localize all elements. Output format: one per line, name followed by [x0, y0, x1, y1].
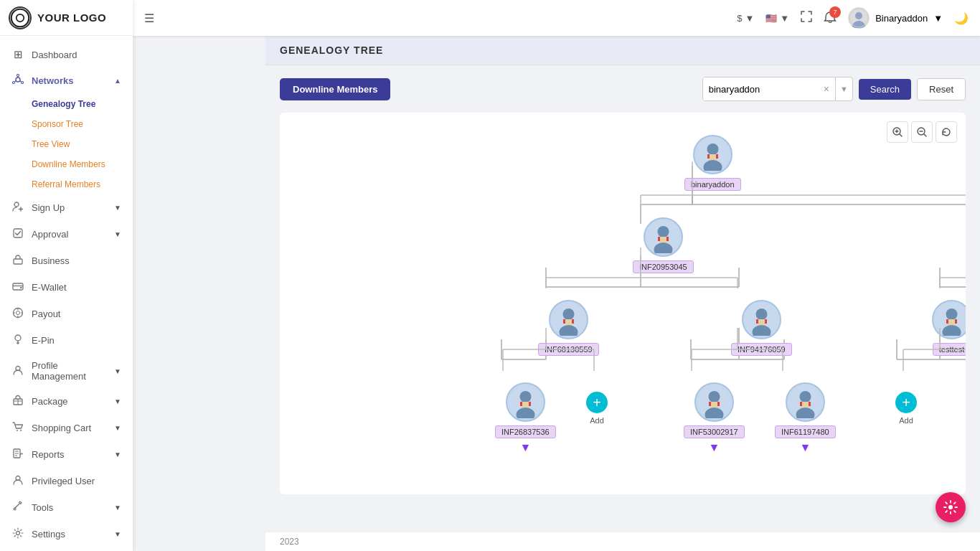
sidebar-item-business[interactable]: Business — [0, 248, 133, 274]
notification-badge: 7 — [829, 6, 841, 18]
svg-rect-16 — [20, 287, 22, 288]
avatar-inf94176059[interactable] — [742, 300, 781, 339]
svg-rect-131 — [710, 402, 718, 408]
sidebar-logo: YOUR LOGO — [0, 0, 133, 36]
profile-icon — [11, 364, 24, 378]
tree-node-testtest: testtest — [932, 300, 966, 356]
sidebar-item-sponsor[interactable]: Sponsor Tree — [0, 114, 133, 134]
svg-point-129 — [708, 391, 720, 402]
sidebar-label-tools: Tools — [32, 502, 53, 513]
sidebar-item-genealogy[interactable]: Genealogy Tree — [0, 94, 133, 114]
add-circle-1[interactable]: + — [586, 392, 608, 413]
avatar-binaryaddon[interactable] — [693, 135, 732, 174]
epin-icon — [11, 334, 24, 347]
theme-toggle[interactable]: 🌙 — [954, 11, 969, 25]
svg-rect-113 — [948, 319, 956, 325]
svg-rect-114 — [946, 319, 948, 324]
search-input[interactable] — [703, 77, 818, 100]
currency-label: $ — [737, 13, 742, 24]
sidebar-item-approval[interactable]: Approval ▼ — [0, 221, 133, 248]
sidebar-item-dashboard[interactable]: ⊞ Dashboard — [0, 42, 133, 67]
zoom-out-button[interactable] — [911, 121, 933, 143]
username-label: Binaryaddon — [875, 13, 928, 24]
tree-node-inf94176059: INF94176059 — [731, 300, 792, 356]
currency-dropdown[interactable]: $ ▼ — [737, 13, 754, 24]
downline-members-button[interactable]: Downline Members — [280, 78, 390, 100]
svg-line-50 — [924, 134, 926, 136]
svg-point-1 — [17, 14, 24, 22]
sidebar-item-package[interactable]: Package ▼ — [0, 388, 133, 415]
fullscreen-button[interactable] — [801, 11, 812, 25]
sidebar-item-epin[interactable]: E-Pin — [0, 327, 133, 354]
avatar-inf53002917[interactable] — [694, 382, 734, 422]
package-arrow: ▼ — [114, 397, 121, 405]
sidebar-item-mailbox[interactable]: Mail Box — [0, 547, 133, 551]
svg-rect-127 — [529, 402, 531, 406]
language-dropdown[interactable]: 🇺🇸 ▼ — [765, 13, 789, 24]
reset-button[interactable]: Reset — [917, 78, 966, 100]
svg-point-123 — [519, 391, 531, 402]
notification-button[interactable]: 7 — [824, 11, 837, 26]
sidebar-item-payout[interactable]: Payout — [0, 301, 133, 327]
sidebar-item-profile[interactable]: Profile Management ▼ — [0, 354, 133, 388]
search-arrow[interactable]: ▼ — [835, 77, 852, 100]
avatar-inf20953045[interactable] — [644, 217, 683, 257]
sidebar-item-settings[interactable]: Settings ▼ — [0, 521, 133, 547]
sidebar-item-tools[interactable]: Tools ▼ — [0, 494, 133, 521]
sidebar-item-privileged[interactable]: Privileged User — [0, 468, 133, 494]
topbar-left: ☰ — [144, 11, 154, 25]
search-button[interactable]: Search — [859, 79, 911, 100]
add-circle-2[interactable]: + — [895, 392, 917, 413]
sidebar-item-signup[interactable]: Sign Up ▼ — [0, 194, 133, 221]
svg-point-99 — [562, 309, 574, 320]
reports-arrow: ▼ — [114, 451, 121, 458]
sidebar-item-networks[interactable]: Networks ▲ — [0, 67, 133, 94]
avatar-inf61197480[interactable] — [786, 382, 825, 422]
payout-icon — [11, 307, 24, 321]
label-inf26837536: INF26837536 — [495, 425, 556, 438]
zoom-in-button[interactable] — [887, 121, 908, 143]
sidebar-item-referral[interactable]: Referral Members — [0, 174, 133, 194]
expand-inf53002917[interactable]: ▼ — [708, 441, 720, 454]
signup-icon — [11, 201, 24, 215]
fab-settings-button[interactable] — [936, 492, 966, 522]
sidebar-item-shopping[interactable]: Shopping Cart ▼ — [0, 415, 133, 441]
reset-zoom-button[interactable] — [936, 121, 957, 143]
svg-point-0 — [11, 9, 29, 27]
avatar-inf26837536[interactable] — [506, 382, 545, 422]
genealogy-label: Genealogy Tree — [32, 99, 95, 109]
search-clear-button[interactable]: × — [818, 83, 835, 95]
add-node-2[interactable]: + Add — [895, 392, 917, 425]
expand-inf61197480[interactable]: ▼ — [799, 441, 811, 454]
svg-point-23 — [15, 335, 21, 341]
sidebar-label-shopping: Shopping Cart — [32, 423, 91, 433]
networks-icon — [11, 74, 24, 88]
sidebar-label-epin: E-Pin — [32, 335, 55, 346]
sidebar-item-downline[interactable]: Downline Members — [0, 154, 133, 174]
user-menu[interactable]: Binaryaddon ▼ — [848, 7, 943, 29]
shopping-icon — [11, 421, 24, 435]
avatar-inf68130559[interactable] — [549, 300, 588, 339]
sidebar: YOUR LOGO ⊞ Dashboard Networks ▲ — [0, 0, 133, 551]
svg-rect-84 — [707, 154, 710, 159]
sidebar-item-treeview[interactable]: Tree View — [0, 134, 133, 154]
tree-node-root: binaryaddon — [684, 135, 741, 191]
sidebar-label-reports: Reports — [32, 449, 65, 460]
settings-icon — [11, 527, 24, 541]
toolbar-left: Downline Members — [280, 78, 390, 100]
add-node-1[interactable]: + Add — [586, 392, 608, 425]
svg-point-105 — [755, 309, 767, 320]
sidebar-label-payout: Payout — [32, 309, 60, 319]
hamburger-button[interactable]: ☰ — [144, 11, 154, 25]
svg-rect-126 — [520, 402, 522, 406]
toolbar: Downline Members × ▼ Search Reset — [280, 77, 966, 101]
expand-inf26837536[interactable]: ▼ — [519, 441, 531, 454]
privileged-icon — [11, 474, 24, 488]
svg-rect-115 — [955, 319, 957, 324]
page-title: GENEALOGY TREE — [280, 44, 966, 56]
sidebar-item-ewallet[interactable]: E-Wallet — [0, 274, 133, 301]
avatar-testtest[interactable] — [932, 300, 966, 339]
svg-rect-137 — [801, 402, 809, 408]
tree-node-inf61197480: INF61197480 ▼ — [775, 382, 836, 454]
sidebar-item-reports[interactable]: Reports ▼ — [0, 441, 133, 468]
